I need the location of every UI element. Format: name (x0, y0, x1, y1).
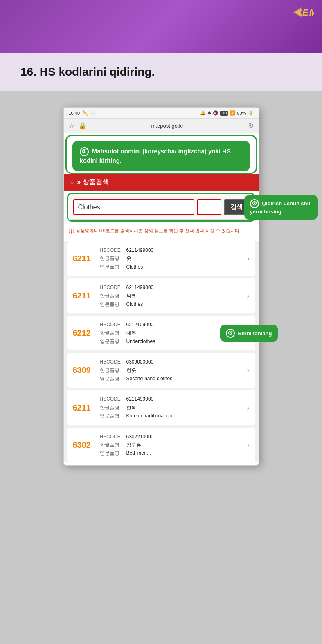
result-row-hscode-1: HSCODE 6211499000 (100, 246, 241, 254)
value-hscode-6: 6302210000 (126, 433, 154, 441)
result-item-5[interactable]: 6211 HSCODE 6211499000 한글풀명 한복 영문풀명 Kore… (67, 390, 255, 425)
result-details-4: HSCODE 6309000000 한글풀명 힌옷 영문풀명 Second-ha… (100, 358, 241, 383)
status-bar: 10:40 ✏️ ☁️ 🔔 ✱ 🔇 HD 📶 80% 🔋 (64, 108, 259, 119)
chevron-icon-5: › (247, 404, 250, 412)
value-english-4: Second-hand clothes (126, 375, 173, 383)
mute-icon: 🔇 (213, 110, 218, 116)
value-english-1: Clothes (126, 263, 143, 271)
result-code-1: 6211 (73, 254, 93, 263)
value-korean-1: 옷 (126, 254, 131, 263)
bubble3-number: ③ (226, 329, 235, 338)
label-hscode-2: HSCODE (100, 283, 122, 292)
url-display[interactable]: m.epost.go.kr (91, 123, 244, 129)
result-row-english-4: 영문풀명 Second-hand clothes (100, 375, 241, 383)
value-korean-2: 의류 (126, 292, 136, 300)
label-korean-2: 한글풀명 (100, 292, 122, 300)
search-border: 검색 ② Qidirish uchun shu yerni bosing. (67, 193, 255, 222)
search-section: 검색 ② Qidirish uchun shu yerni bosing. (64, 193, 259, 222)
label-english-3: 영문풀명 (100, 337, 122, 346)
label-korean-6: 한글풀명 (100, 441, 122, 449)
label-hscode-5: HSCODE (100, 395, 122, 403)
result-item-6[interactable]: 6302 HSCODE 6302210000 한글풀명 침구류 영문풀명 Bed… (67, 428, 255, 462)
result-code-4: 6309 (73, 366, 93, 375)
bubble1-wrapper: ① Mahsulot nomini (koreyscha/ inglizcha)… (65, 135, 257, 174)
result-row-english-1: 영문풀명 Clothes (100, 263, 241, 271)
result-row-korean-6: 한글풀명 침구류 (100, 441, 241, 449)
label-hscode-3: HSCODE (100, 321, 122, 329)
top-banner: EMS (0, 0, 322, 53)
result-code-5: 6211 (73, 403, 93, 413)
battery-icon: 🔋 (248, 110, 254, 116)
label-korean-3: 한글풀명 (100, 329, 122, 337)
lock-icon: 🔒 (79, 122, 87, 130)
value-english-2: Clothes (126, 300, 143, 308)
status-bar-right: 🔔 ✱ 🔇 HD 📶 80% 🔋 (200, 110, 253, 116)
result-row-hscode-2: HSCODE 6211499000 (100, 283, 241, 292)
label-english-4: 영문풀명 (100, 375, 122, 383)
bubble2-number: ② (250, 199, 259, 208)
label-korean-1: 한글풀명 (100, 254, 122, 263)
result-details-3: HSCODE 6212109000 한글풀명 내복 영문풀명 Underclot… (100, 321, 241, 346)
label-hscode-6: HSCODE (100, 433, 122, 441)
svg-text:EMS: EMS (302, 7, 314, 18)
hd-icon: HD (220, 111, 228, 116)
main-content: 10:40 ✏️ ☁️ 🔔 ✱ 🔇 HD 📶 80% 🔋 ☆ 🔒 m.epost… (0, 91, 322, 482)
value-korean-3: 내복 (126, 329, 136, 337)
info-icon: ⓘ (69, 227, 74, 236)
app-header-text: » 상품검색 (77, 178, 108, 186)
result-item-2[interactable]: 6211 HSCODE 6211499000 한글풀명 의류 영문풀명 Clot… (67, 278, 255, 313)
bubble3-text: Birini tanlang (238, 330, 272, 336)
browser-bar[interactable]: ☆ 🔒 m.epost.go.kr ↻ (64, 119, 259, 133)
result-row-english-2: 영문풀명 Clothes (100, 300, 241, 308)
result-row-korean-2: 한글풀명 의류 (100, 292, 241, 300)
label-korean-5: 한글풀명 (100, 404, 122, 412)
chevron-icon-6: › (247, 441, 250, 449)
result-row-english-5: 영문풀명 Korean traditional clo... (100, 412, 241, 420)
chevrons-icon: » (70, 179, 74, 186)
bluetooth-icon: ✱ (207, 110, 211, 116)
info-text-area: ⓘ 상품명이나 HS코드를 검색하시면 상세 정보를 확인 후 선택 입력 하실… (64, 224, 259, 239)
label-english-5: 영문풀명 (100, 412, 122, 420)
chevron-icon-2: › (247, 292, 250, 300)
instruction-bubble-1: ① Mahsulot nomini (koreyscha/ inglizcha)… (72, 141, 250, 171)
chevron-icon-4: › (247, 366, 250, 375)
result-details-2: HSCODE 6211499000 한글풀명 의류 영문풀명 Clothes (100, 283, 241, 308)
result-row-hscode-5: HSCODE 6211499000 (100, 395, 241, 403)
time-display: 10:40 (69, 111, 80, 116)
bubble1-border: ① Mahsulot nomini (koreyscha/ inglizcha)… (65, 135, 257, 174)
result-code-6: 6302 (73, 440, 93, 450)
status-bar-left: 10:40 ✏️ ☁️ (69, 110, 97, 116)
refresh-icon[interactable]: ↻ (248, 122, 254, 130)
search-area: 검색 ② Qidirish uchun shu yerni bosing. (69, 195, 253, 220)
result-item-4[interactable]: 6309 HSCODE 6309000000 한글풀명 힌옷 영문풀명 Seco… (67, 353, 255, 388)
star-icon[interactable]: ☆ (69, 122, 74, 130)
cloud-icon: ☁️ (90, 110, 96, 116)
result-row-english-3: 영문풀명 Underclothes (100, 337, 241, 346)
section-title-area: 16. HS kodlarini qidiring. (0, 53, 322, 91)
ems-wings-icon: EMS (293, 5, 314, 22)
ems-logo: EMS (293, 5, 314, 22)
result-item-3[interactable]: 6212 HSCODE 6212109000 한글풀명 내복 영문풀명 Unde… (67, 316, 255, 350)
result-details-1: HSCODE 6211499000 한글풀명 옷 영문풀명 Clothes (100, 246, 241, 271)
bubble1-number: ① (80, 147, 89, 156)
signal-icon: 📶 (230, 110, 235, 116)
result-item[interactable]: 6211 HSCODE 6211499000 한글풀명 옷 영문풀명 Cloth… (67, 241, 255, 276)
label-english-6: 영문풀명 (100, 449, 122, 457)
search-extra-box[interactable] (197, 199, 221, 215)
edit-icon: ✏️ (82, 110, 88, 116)
search-input[interactable] (73, 199, 194, 215)
result-row-korean-3: 한글풀명 내복 (100, 329, 241, 337)
bubble2-text: Qidirish uchun shu yerni bosing. (250, 200, 311, 215)
value-korean-6: 침구류 (126, 441, 141, 449)
result-list: 6211 HSCODE 6211499000 한글풀명 옷 영문풀명 Cloth… (64, 241, 259, 462)
value-korean-4: 힌옷 (126, 366, 136, 375)
label-hscode-4: HSCODE (100, 358, 122, 366)
alarm-icon: 🔔 (200, 110, 206, 116)
value-hscode-3: 6212109000 (126, 321, 154, 329)
info-text: 상품명이나 HS코드를 검색하시면 상세 정보를 확인 후 선택 입력 하실 수… (76, 227, 241, 236)
value-english-6: Bed linen... (126, 449, 151, 457)
result-row-hscode-4: HSCODE 6309000000 (100, 358, 241, 366)
label-korean-4: 한글풀명 (100, 366, 122, 375)
result-code-2: 6211 (73, 291, 93, 301)
phone-mockup: 10:40 ✏️ ☁️ 🔔 ✱ 🔇 HD 📶 80% 🔋 ☆ 🔒 m.epost… (63, 107, 259, 466)
